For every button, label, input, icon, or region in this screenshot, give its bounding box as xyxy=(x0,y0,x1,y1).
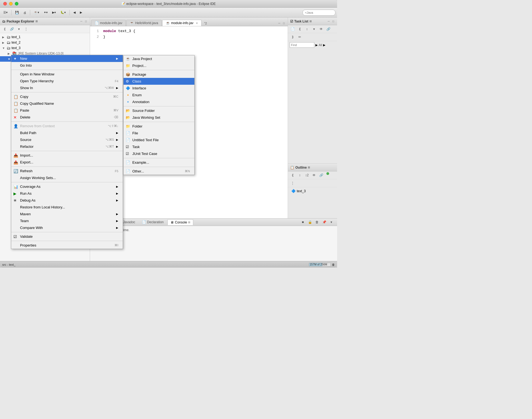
submenu-class[interactable]: ⚙ Class xyxy=(124,78,194,85)
minimize-panel-btn[interactable]: ─ xyxy=(80,19,83,23)
task-collapse-btn[interactable]: ⟪ xyxy=(297,26,303,32)
menu-item-show-in[interactable]: Show In ⌥⌘W ▶ xyxy=(11,84,123,91)
menu-item-new[interactable]: ✦ New ▶ xyxy=(11,55,123,62)
task-expand-btn[interactable]: ⟫ xyxy=(290,34,296,40)
window-controls[interactable] xyxy=(3,2,18,5)
task-find-input[interactable] xyxy=(290,42,314,48)
submenu-enum[interactable]: 🔸 Enum xyxy=(124,92,194,98)
task-max-btn[interactable]: □ xyxy=(332,19,335,23)
submenu-annotation[interactable]: 🔹 Annotation xyxy=(124,98,194,105)
task-sort-btn[interactable]: ↕ xyxy=(304,26,310,32)
submenu-java-project[interactable]: ☕ Java Project xyxy=(124,55,194,62)
toolbar-save-btn[interactable]: 💾 xyxy=(13,10,21,15)
tab-overflow[interactable]: "2 xyxy=(202,21,209,26)
task-min-btn[interactable]: ─ xyxy=(327,19,331,23)
menu-item-assign-working-sets[interactable]: Assign Working Sets... xyxy=(11,174,123,181)
menu-item-coverage-as[interactable]: 📊 Coverage As ▶ xyxy=(11,183,123,190)
close-button[interactable] xyxy=(3,2,7,5)
tab-module-info-2[interactable]: ☕ module-info.jav ✕ xyxy=(162,20,201,26)
toolbar-new-btn[interactable]: ✦▾ xyxy=(42,10,49,15)
task-find-arrow-btn[interactable]: ▶ xyxy=(315,43,318,47)
menu-item-refresh[interactable]: 🔄 Refresh F5 xyxy=(11,168,123,174)
submenu-package[interactable]: 📦 Package xyxy=(124,71,194,78)
submenu-project[interactable]: 📁 Project... xyxy=(124,62,194,69)
menu-item-properties[interactable]: Properties ⌘I xyxy=(11,242,123,249)
submenu-source-folder[interactable]: 📂 Source Folder xyxy=(124,107,194,114)
toolbar-run-btn[interactable]: ▶▾ xyxy=(51,10,58,15)
menu-item-go-into[interactable]: Go Into xyxy=(11,62,123,69)
submenu-folder[interactable]: 📁 Folder xyxy=(124,123,194,130)
menu-item-copy-qualified[interactable]: 📋 Copy Qualified Name xyxy=(11,100,123,107)
tab-console[interactable]: 🖥 Console ⊠ xyxy=(167,219,193,225)
tab-declaration[interactable]: 📄 Declaration xyxy=(139,219,167,225)
view-menu-btn[interactable]: ▾ xyxy=(16,26,22,32)
submenu-interface[interactable]: 🔷 Interface xyxy=(124,85,194,92)
minimize-button[interactable] xyxy=(9,2,13,5)
outline-link-btn[interactable]: 🔗 xyxy=(318,172,324,178)
toolbar-search-input[interactable] xyxy=(303,10,335,16)
submenu-example[interactable]: 📄 Example... xyxy=(124,159,194,166)
submenu-other[interactable]: 📄 Other... ⌘N xyxy=(124,168,194,175)
toolbar-debug-btn[interactable]: 🐛▾ xyxy=(59,10,68,15)
toolbar-prev-btn[interactable]: ◀ xyxy=(72,10,77,15)
toolbar-new-java-btn[interactable]: ☕▾ xyxy=(32,10,41,15)
outline-collapse-btn[interactable]: ⟪ xyxy=(290,172,296,178)
toolbar-next-btn[interactable]: ▶ xyxy=(78,10,84,15)
task-hide-btn[interactable]: 👁 xyxy=(318,26,324,32)
menu-item-refactor[interactable]: Refactor ⌥⌘T ▶ xyxy=(11,143,123,150)
outline-more-btn[interactable]: ⋮ xyxy=(290,180,296,186)
toolbar-menu-btn[interactable]: ☰▾ xyxy=(2,10,9,15)
editor-maximize-btn[interactable]: □ xyxy=(282,21,285,25)
menu-item-run-as[interactable]: ▶ Run As ▶ xyxy=(11,190,123,197)
outline-sort-btn[interactable]: ↕ xyxy=(297,172,303,178)
memory-indicator[interactable]: 157M of 256M 🗑 xyxy=(309,263,335,267)
toolbar-print-btn[interactable]: 🖨 xyxy=(22,10,28,15)
menu-item-export[interactable]: 📤 Export... xyxy=(11,159,123,166)
submenu-java-working-set[interactable]: 📂 Java Working Set xyxy=(124,114,194,121)
menu-item-compare-with[interactable]: Compare With ▶ xyxy=(11,224,123,231)
menu-item-import[interactable]: 📥 Import... xyxy=(11,152,123,159)
console-scroll-lock-btn[interactable]: 🔒 xyxy=(307,219,313,225)
tree-item-text3[interactable]: ▼ 🗂 text_3 xyxy=(0,45,90,51)
menu-item-open-type-hierarchy[interactable]: Open Type Hierarchy F4 xyxy=(11,78,123,84)
link-editor-btn[interactable]: 🔗 xyxy=(9,26,15,32)
tree-item-text2[interactable]: ▶ 🗂 text_2 xyxy=(0,40,90,45)
collapse-all-btn[interactable]: ⟪ xyxy=(2,26,8,32)
more-btn[interactable]: ⋮ xyxy=(23,26,29,32)
menu-item-maven[interactable]: Maven ▶ xyxy=(11,211,123,217)
console-pin-btn[interactable]: 📌 xyxy=(321,219,327,225)
menu-item-restore-local[interactable]: Restore from Local History... xyxy=(11,204,123,211)
menu-item-validate[interactable]: ☑ Validate xyxy=(11,233,123,240)
tab-helloworld[interactable]: ☕ HelloWorld.java xyxy=(126,20,162,26)
console-terminate-btn[interactable]: ■ xyxy=(300,219,306,225)
maximize-panel-btn[interactable]: □ xyxy=(84,19,88,23)
menu-item-paste[interactable]: 📋 Paste ⌘V xyxy=(11,107,123,114)
submenu-junit-test[interactable]: ☑ JUnit Test Case xyxy=(124,150,194,157)
new-task-btn[interactable]: 📄 xyxy=(290,26,296,32)
tree-item-text1[interactable]: ▶ 🗂 text_1 xyxy=(0,34,90,40)
menu-item-source[interactable]: Source ⌥⌘S ▶ xyxy=(11,136,123,143)
submenu-untitled-text[interactable]: 📄 Untitled Text File xyxy=(124,137,194,143)
task-link-btn[interactable]: 🔗 xyxy=(325,26,331,32)
task-all-btn[interactable]: ▶ xyxy=(323,43,325,47)
maximize-button[interactable] xyxy=(15,2,18,5)
menu-item-debug-as[interactable]: ✳ Debug As ▶ xyxy=(11,197,123,204)
menu-item-delete[interactable]: ✕ Delete ⌫ xyxy=(11,114,123,121)
menu-item-build-path[interactable]: Build Path ▶ xyxy=(11,129,123,136)
tab-module-info-1[interactable]: 📄 module-info.jav xyxy=(91,20,126,26)
task-edit-btn[interactable]: ✏ xyxy=(297,34,303,40)
junit-icon: ☑ xyxy=(126,152,129,156)
outline-hide-btn[interactable]: 👁 xyxy=(311,172,317,178)
console-menu-btn[interactable]: ▾ xyxy=(328,219,334,225)
menu-item-copy[interactable]: 📋 Copy ⌘C xyxy=(11,93,123,100)
submenu-task[interactable]: ☑ Task xyxy=(124,143,194,150)
task-filter-btn[interactable]: ▾ xyxy=(311,26,317,32)
menu-item-team[interactable]: Team ▶ xyxy=(11,217,123,224)
tab-close-btn[interactable]: ✕ xyxy=(196,22,198,25)
outline-item-text3[interactable]: 🔷 text_3 xyxy=(290,188,335,194)
submenu-file[interactable]: 📄 File xyxy=(124,130,194,137)
editor-minimize-btn[interactable]: ─ xyxy=(278,21,281,25)
console-clear-btn[interactable]: 🗑 xyxy=(314,219,320,225)
menu-item-open-new-window[interactable]: Open in New Window xyxy=(11,71,123,78)
outline-sort2-btn[interactable]: ↕2 xyxy=(304,172,310,178)
